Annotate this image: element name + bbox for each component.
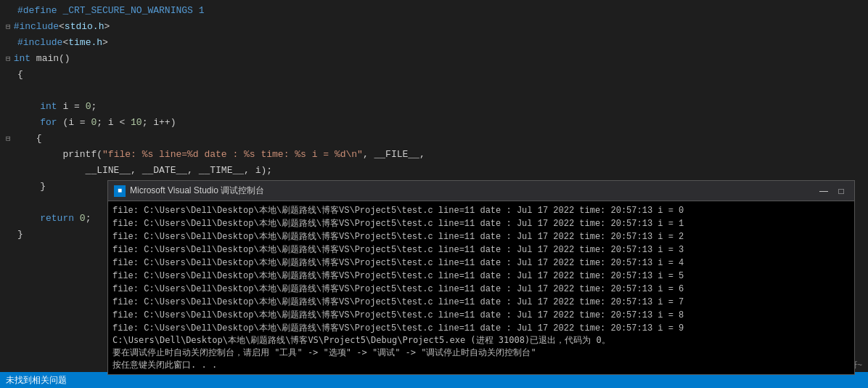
line-content: __LINE__, __DATE__, __TIME__, i); <box>15 163 868 179</box>
console-icon: ■ <box>114 185 126 197</box>
editor-line: for (i = 0; i < 10; i++) <box>0 115 868 131</box>
editor-line: ⊟int main() <box>0 51 868 67</box>
console-titlebar: ■ Microsoft Visual Studio 调试控制台 — □ <box>108 181 854 201</box>
status-text: 未找到相关问题 <box>6 374 67 387</box>
line-content: for (i = 0; i < 10; i++) <box>15 115 868 131</box>
line-content: int main() <box>11 51 868 67</box>
editor-line <box>0 83 868 99</box>
console-output-line: file: C:\Users\Dell\Desktop\本地\刷题路线\博客VS… <box>112 296 850 309</box>
line-content: #include<stdio.h> <box>11 19 868 35</box>
line-content: int i = 0; <box>15 99 868 115</box>
console-output-line: file: C:\Users\Dell\Desktop\本地\刷题路线\博客VS… <box>112 283 850 296</box>
console-output-line: file: C:\Users\Dell\Desktop\本地\刷题路线\博客VS… <box>112 270 850 283</box>
console-output-line: file: C:\Users\Dell\Desktop\本地\刷题路线\博客VS… <box>112 256 850 270</box>
maximize-button[interactable]: □ <box>834 185 848 197</box>
console-footer-line: C:\Users\Dell\Desktop\本地\刷题路线\博客VS\Proje… <box>112 334 850 347</box>
console-output-line: file: C:\Users\Dell\Desktop\本地\刷题路线\博客VS… <box>112 204 850 217</box>
line-content: { <box>11 131 868 147</box>
line-content <box>15 83 868 99</box>
editor-line: ⊟#include<stdio.h> <box>0 19 868 35</box>
editor-line: { <box>0 67 868 83</box>
line-content: #include<time.h> <box>15 35 868 51</box>
console-output-line: file: C:\Users\Dell\Desktop\本地\刷题路线\博客VS… <box>112 217 850 230</box>
editor-line: printf("file: %s line=%d date : %s time:… <box>0 147 868 163</box>
editor-line: #include<time.h> <box>0 35 868 51</box>
editor-line: int i = 0; <box>0 99 868 115</box>
console-window: ■ Microsoft Visual Studio 调试控制台 — □ file… <box>107 180 855 375</box>
line-content: { <box>15 67 868 83</box>
console-output-line: file: C:\Users\Dell\Desktop\本地\刷题路线\博客VS… <box>112 309 850 322</box>
editor-line: #define _CRT_SECURE_NO_WARNINGS 1 <box>0 3 868 19</box>
console-output-line: file: C:\Users\Dell\Desktop\本地\刷题路线\博客VS… <box>112 322 850 333</box>
line-content: printf("file: %s line=%d date : %s time:… <box>15 147 868 163</box>
console-output-line: file: C:\Users\Dell\Desktop\本地\刷题路线\博客VS… <box>112 230 850 243</box>
editor-line: ⊟ { <box>0 131 868 147</box>
console-output: file: C:\Users\Dell\Desktop\本地\刷题路线\博客VS… <box>108 201 854 333</box>
minimize-button[interactable]: — <box>816 185 831 197</box>
editor-line: __LINE__, __DATE__, __TIME__, i); <box>0 163 868 179</box>
console-footer: C:\Users\Dell\Desktop\本地\刷题路线\博客VS\Proje… <box>108 333 854 374</box>
console-title: Microsoft Visual Studio 调试控制台 <box>130 185 816 197</box>
console-footer-line: 要在调试停止时自动关闭控制台，请启用 "工具" -> "选项" -> "调试" … <box>112 347 850 359</box>
console-titlebar-buttons: — □ <box>816 185 848 197</box>
console-output-line: file: C:\Users\Dell\Desktop\本地\刷题路线\博客VS… <box>112 243 850 256</box>
console-footer-line: 按任意键关闭此窗口. . . <box>112 359 850 371</box>
line-content: #define _CRT_SECURE_NO_WARNINGS 1 <box>15 3 868 19</box>
